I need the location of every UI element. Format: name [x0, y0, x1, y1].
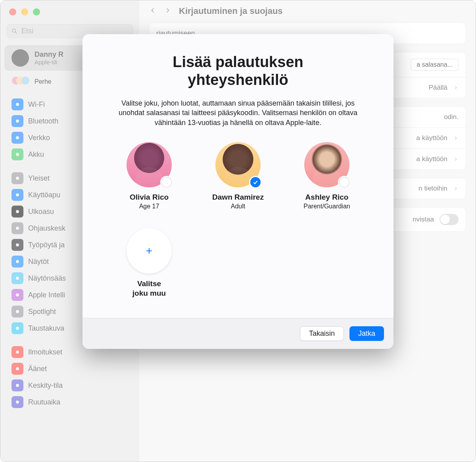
selection-indicator-empty	[160, 176, 173, 189]
contact-name: Olivia Rico	[130, 193, 169, 202]
contact-dawn[interactable]: Dawn Ramirez Adult	[202, 142, 274, 210]
selection-indicator-checked	[249, 176, 262, 189]
add-circle: +	[127, 228, 172, 273]
contact-name: Dawn Ramirez	[212, 193, 264, 202]
contact-role: Parent/Guardian	[303, 203, 350, 210]
modal-description: Valitse joku, johon luotat, auttamaan si…	[106, 98, 370, 128]
contact-role: Age 17	[139, 203, 159, 210]
selection-indicator-empty	[338, 176, 351, 189]
back-button[interactable]: Takaisin	[300, 326, 344, 341]
contact-name: Ashley Rico	[305, 193, 349, 202]
modal-footer: Takaisin Jatka	[83, 318, 393, 349]
choose-someone-else-button[interactable]: + Valitsejoku muu	[113, 228, 185, 298]
contact-olivia[interactable]: Olivia Rico Age 17	[113, 142, 185, 210]
plus-icon: +	[146, 244, 152, 257]
add-label: Valitsejoku muu	[132, 279, 166, 298]
continue-button[interactable]: Jatka	[349, 326, 384, 341]
contact-role: Adult	[231, 203, 245, 210]
modal-title: Lisää palautuksenyhteyshenkilö	[106, 53, 370, 89]
add-recovery-contact-modal: Lisää palautuksenyhteyshenkilö Valitse j…	[83, 34, 393, 349]
contacts-grid: Olivia Rico Age 17 Dawn Ramirez Adult	[106, 142, 370, 210]
contact-ashley[interactable]: Ashley Rico Parent/Guardian	[291, 142, 363, 210]
checkmark-icon	[252, 179, 259, 185]
